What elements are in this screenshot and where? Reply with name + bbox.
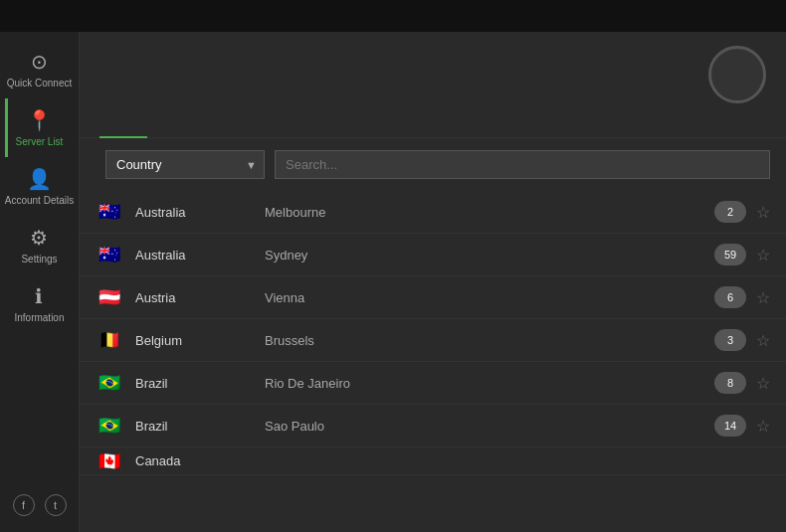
city-name: Sydney (265, 248, 714, 263)
server-list-label: Server List (16, 136, 64, 147)
content-area: Country City Server Load ▼ 🇦🇺 Australia … (80, 32, 786, 532)
server-list-area: Country City Server Load ▼ 🇦🇺 Australia … (80, 138, 786, 532)
sidebar-footer: f t (13, 494, 67, 524)
tabs-bar (80, 117, 786, 138)
settings-icon: ⚙ (30, 226, 48, 250)
server-list: 🇦🇺 Australia Melbourne 2 ☆ 🇦🇺 Australia … (80, 191, 786, 532)
sidebar: ⊙ Quick Connect 📍 Server List 👤 Account … (0, 32, 80, 532)
city-name: Melbourne (265, 205, 714, 220)
quick-connect-label: Quick Connect (7, 78, 73, 89)
account-label: Account Details (5, 195, 74, 206)
table-row[interactable]: 🇦🇺 Australia Melbourne 2 ☆ (80, 191, 786, 234)
server-count-badge: 2 (714, 201, 746, 223)
server-count-badge: 3 (714, 329, 746, 351)
flag-icon: 🇨🇦 (96, 451, 123, 471)
city-name: Brussels (265, 333, 714, 348)
table-row[interactable]: 🇦🇺 Australia Sydney 59 ☆ (80, 234, 786, 276)
table-row[interactable]: 🇧🇪 Belgium Brussels 3 ☆ (80, 319, 786, 362)
sidebar-item-account[interactable]: 👤 Account Details (5, 157, 74, 216)
quick-connect-icon: ⊙ (31, 50, 48, 74)
table-row[interactable]: 🇧🇷 Brazil Rio De Janeiro 8 ☆ (80, 362, 786, 405)
tab-map[interactable] (147, 117, 195, 137)
header (80, 32, 786, 117)
sidebar-item-server-list[interactable]: 📍 Server List (5, 98, 74, 157)
country-name: Belgium (135, 333, 265, 348)
favorite-button[interactable]: ☆ (756, 374, 770, 393)
sidebar-item-quick-connect[interactable]: ⊙ Quick Connect (5, 40, 74, 98)
flag-icon: 🇦🇺 (96, 245, 123, 265)
sidebar-item-information[interactable]: ℹ Information (5, 274, 74, 333)
tab-list[interactable] (99, 117, 147, 137)
restore-button[interactable] (742, 14, 754, 18)
flag-icon: 🇦🇺 (96, 202, 123, 222)
country-name: Brazil (135, 419, 265, 434)
sort-select[interactable]: Country City Server Load (105, 150, 265, 179)
minimize-button[interactable] (718, 14, 730, 18)
tab-filter[interactable] (195, 117, 243, 137)
server-count-badge: 14 (714, 415, 746, 437)
information-label: Information (14, 312, 64, 323)
table-row[interactable]: 🇧🇷 Brazil Sao Paulo 14 ☆ (80, 405, 786, 447)
power-button[interactable] (708, 46, 766, 103)
search-input[interactable] (275, 150, 770, 179)
country-name: Canada (135, 453, 265, 468)
sidebar-item-settings[interactable]: ⚙ Settings (5, 216, 74, 274)
partial-row: 🇨🇦 Canada (80, 447, 786, 475)
country-name: Brazil (135, 376, 265, 391)
table-row[interactable]: 🇦🇹 Austria Vienna 6 ☆ (80, 276, 786, 319)
flag-icon: 🇧🇷 (96, 373, 123, 393)
country-name: Austria (135, 290, 265, 305)
account-icon: 👤 (27, 167, 52, 191)
city-name: Vienna (265, 290, 714, 305)
twitter-icon[interactable]: t (45, 494, 67, 516)
server-count-badge: 8 (714, 372, 746, 394)
country-name: Australia (135, 248, 265, 263)
server-count-badge: 59 (714, 244, 746, 266)
sort-select-wrapper: Country City Server Load ▼ (105, 150, 265, 179)
settings-label: Settings (21, 254, 57, 265)
favorite-button[interactable]: ☆ (756, 203, 770, 222)
server-count-badge: 6 (714, 286, 746, 308)
title-bar (0, 0, 786, 32)
city-name: Rio De Janeiro (265, 376, 714, 391)
favorite-button[interactable]: ☆ (756, 331, 770, 350)
facebook-icon[interactable]: f (13, 494, 35, 516)
flag-icon: 🇧🇪 (96, 330, 123, 350)
flag-icon: 🇦🇹 (96, 287, 123, 307)
favorite-button[interactable]: ☆ (756, 288, 770, 307)
controls-bar: Country City Server Load ▼ (80, 150, 786, 191)
city-name: Sao Paulo (265, 419, 714, 434)
server-list-icon: 📍 (27, 108, 52, 132)
information-icon: ℹ (35, 284, 43, 308)
main-layout: ⊙ Quick Connect 📍 Server List 👤 Account … (0, 32, 786, 532)
flag-icon: 🇧🇷 (96, 416, 123, 436)
close-button[interactable] (766, 14, 778, 18)
favorite-button[interactable]: ☆ (756, 417, 770, 436)
favorite-button[interactable]: ☆ (756, 246, 770, 265)
country-name: Australia (135, 205, 265, 220)
window-controls (718, 14, 778, 18)
